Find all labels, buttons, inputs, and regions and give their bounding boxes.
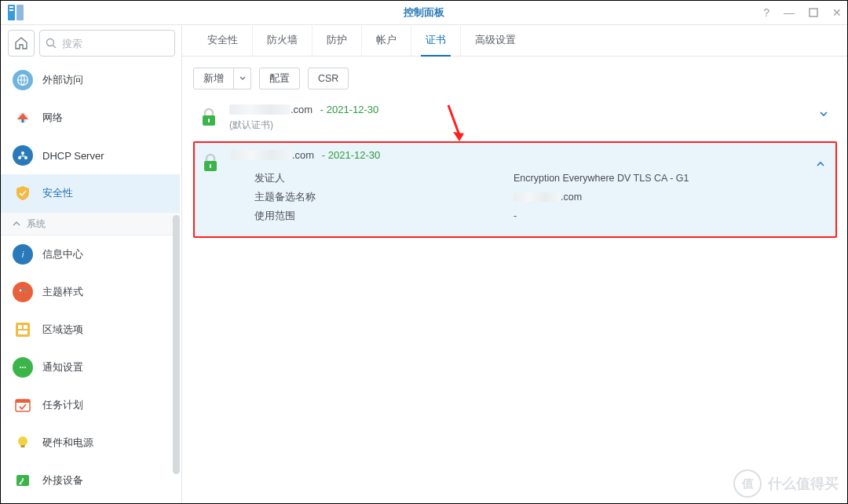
tab-protection[interactable]: 防护 (313, 24, 362, 56)
sidebar-item-label: 硬件和电源 (42, 436, 93, 450)
chevron-up-icon (13, 220, 20, 228)
maximize-icon[interactable] (809, 8, 818, 17)
svg-point-11 (24, 156, 27, 159)
svg-rect-9 (22, 119, 24, 122)
watermark-text: 什么值得买 (768, 474, 839, 493)
sidebar-item-label: 通知设置 (42, 360, 83, 374)
sidebar-item-network[interactable]: 网络 (0, 99, 180, 137)
network-icon (13, 108, 33, 128)
sidebar: 外部访问 网络 DHCP Server 安全性 系统 (0, 25, 182, 504)
sidebar-item-dhcp[interactable]: DHCP Server (0, 137, 180, 174)
globe-icon (13, 70, 33, 90)
sidebar-item-region[interactable]: 区域选项 (0, 311, 180, 349)
svg-rect-21 (24, 325, 27, 329)
csr-button[interactable]: CSR (308, 68, 349, 89)
svg-line-6 (53, 46, 57, 49)
cert-expiry: - 2021-12-30 (322, 149, 380, 161)
tab-firewall[interactable]: 防火墙 (253, 24, 313, 56)
home-button[interactable] (8, 30, 35, 57)
sidebar-item-label: 外接设备 (42, 473, 83, 488)
svg-point-15 (17, 287, 28, 298)
sidebar-item-info-center[interactable]: i 信息中心 (0, 236, 180, 273)
window-controls: ? — ✕ (763, 0, 842, 25)
tab-bar: 安全性 防火墙 防护 帐户 证书 高级设置 (182, 25, 848, 57)
sidebar-item-label: 外部访问 (42, 73, 83, 87)
detail-scope: 使用范围 - (254, 206, 828, 225)
sidebar-item-label: 安全性 (42, 186, 73, 200)
region-icon (13, 320, 33, 340)
svg-point-18 (24, 291, 27, 294)
calendar-icon (13, 395, 33, 415)
sidebar-item-label: 任务计划 (42, 398, 83, 412)
chevron-down-icon (239, 75, 246, 82)
cert-default-label: (默认证书) (229, 119, 829, 132)
svg-point-12 (21, 152, 24, 155)
tab-advanced[interactable]: 高级设置 (461, 24, 530, 56)
sidebar-item-label: DHCP Server (42, 150, 104, 162)
tab-account[interactable]: 帐户 (362, 24, 411, 56)
palette-icon (13, 282, 33, 302)
sidebar-item-notification[interactable]: 通知设置 (0, 349, 180, 386)
svg-point-26 (24, 367, 26, 368)
cert-details: 发证人 Encryption Everywhere DV TLS CA - G1… (254, 169, 828, 225)
search-input[interactable] (39, 30, 175, 57)
svg-point-17 (23, 288, 25, 290)
title-bar: 控制面板 ? — ✕ (0, 0, 848, 25)
bulb-icon (13, 433, 33, 453)
add-button-group: 新增 (193, 68, 251, 89)
sidebar-item-external-access[interactable]: 外部访问 (0, 61, 180, 99)
tab-certificate[interactable]: 证书 (411, 24, 461, 56)
scrollbar-thumb[interactable] (173, 215, 180, 474)
configure-button[interactable]: 配置 (259, 68, 300, 89)
svg-rect-22 (18, 331, 27, 334)
svg-point-5 (47, 39, 54, 46)
svg-rect-28 (16, 400, 30, 403)
info-icon: i (13, 244, 33, 265)
svg-point-10 (18, 156, 21, 159)
sidebar-item-hardware-power[interactable]: 硬件和电源 (0, 424, 180, 462)
sidebar-item-label: 网络 (42, 111, 63, 125)
sidebar-item-label: 主题样式 (42, 285, 83, 299)
add-dropdown[interactable] (234, 68, 251, 89)
close-icon[interactable]: ✕ (832, 6, 842, 19)
sidebar-item-task-scheduler[interactable]: 任务计划 (0, 386, 180, 424)
sidebar-item-label: 区域选项 (42, 323, 83, 337)
tab-security[interactable]: 安全性 (193, 24, 253, 56)
cert-domain: .com - 2021-12-30 (231, 149, 828, 161)
svg-point-24 (20, 367, 21, 368)
home-icon (14, 36, 28, 50)
chevron-up-icon[interactable] (815, 159, 826, 170)
certificate-row[interactable]: .com - 2021-12-30 (默认证书) (193, 97, 837, 138)
svg-rect-20 (18, 325, 22, 329)
svg-point-25 (22, 367, 24, 368)
svg-rect-30 (21, 445, 25, 447)
sidebar-item-label: 信息中心 (42, 247, 83, 261)
minimize-icon[interactable]: — (784, 6, 795, 19)
detail-issuer: 发证人 Encryption Everywhere DV TLS CA - G1 (254, 169, 828, 188)
section-system[interactable]: 系统 (0, 212, 180, 236)
window-title: 控制面板 (0, 5, 848, 20)
redacted-text (514, 192, 561, 202)
sidebar-item-external-devices[interactable]: 外接设备 (0, 462, 180, 499)
lock-icon (199, 107, 218, 127)
cert-expiry: - 2021-12-30 (320, 104, 378, 115)
chevron-down-icon[interactable] (818, 108, 829, 119)
search-field[interactable] (39, 30, 175, 57)
dhcp-icon (13, 145, 33, 166)
chat-icon (13, 357, 33, 378)
detail-san: 主题备选名称 .com (254, 188, 828, 206)
add-button[interactable]: 新增 (193, 68, 234, 89)
drive-icon (13, 470, 33, 491)
sidebar-item-theme[interactable]: 主题样式 (0, 273, 180, 311)
help-icon[interactable]: ? (763, 6, 769, 19)
certificate-row-expanded[interactable]: .com - 2021-12-30 发证人 Encryption Everywh… (193, 141, 837, 238)
nav: 外部访问 网络 DHCP Server 安全性 系统 (0, 61, 181, 504)
shield-icon (13, 183, 33, 203)
sidebar-item-security[interactable]: 安全性 (0, 174, 180, 212)
svg-point-16 (20, 290, 22, 292)
watermark-badge: 值 (733, 469, 762, 498)
main-panel: 安全性 防火墙 防护 帐户 证书 高级设置 新增 配置 CSR (182, 25, 848, 504)
certificate-list: .com - 2021-12-30 (默认证书) .com - 2021-12-… (182, 97, 848, 238)
lock-icon (201, 152, 220, 173)
redacted-text (231, 150, 292, 160)
